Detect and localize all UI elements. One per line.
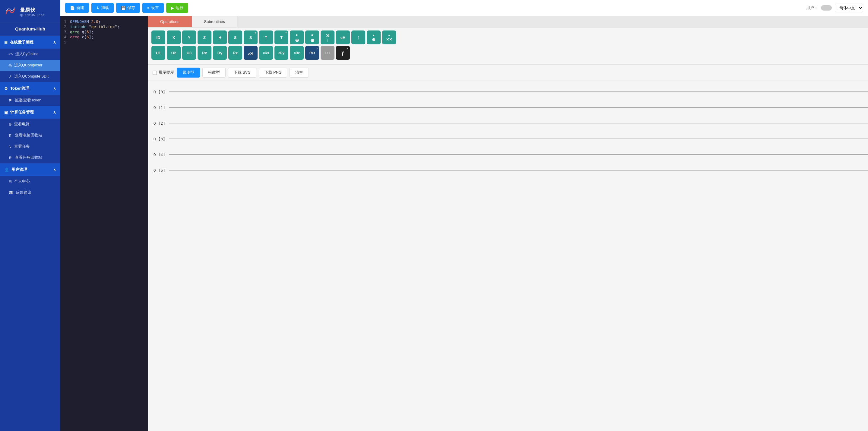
qubit-row-q1: Q [1] — [148, 99, 868, 115]
cy-target: ⊕ — [310, 38, 314, 43]
qubit-row-q3: Q [3] — [148, 131, 868, 147]
gate-toffoli[interactable]: • ⊕ — [367, 30, 381, 45]
chevron-up-icon: ∧ — [53, 40, 56, 45]
cnot-control-dot: • — [296, 32, 298, 38]
gate-Z[interactable]: Z — [197, 30, 211, 45]
sidebar-section-label: 在线量子编程 — [10, 39, 33, 45]
gate-measure[interactable] — [244, 46, 257, 60]
sidebar-section-user-mgmt[interactable]: 👤 用户管理 ∧ — [0, 163, 60, 176]
new-button[interactable]: 📄 新建 — [65, 3, 89, 13]
code-editor[interactable]: 1 OPENQASM 2.0; 2 include "qelib1.inc"; … — [60, 16, 148, 431]
gate-CNOT[interactable]: • ⊕ — [290, 30, 304, 45]
sidebar-item-label: 查看任务回收站 — [15, 155, 42, 160]
settings-button[interactable]: ≡ 设置 — [142, 3, 164, 13]
show-hint-container: 展示提示 — [153, 70, 174, 75]
qubit-wire-q0 — [169, 91, 868, 92]
loose-button[interactable]: 松散型 — [203, 67, 226, 78]
user-toggle[interactable] — [821, 5, 832, 10]
sidebar-item-circuit-trash[interactable]: 🗑 查看电路回收站 — [0, 130, 60, 141]
sidebar-item-view-tasks[interactable]: ∿ 查看任务 — [0, 141, 60, 152]
logo-area: 量易伏 QUANTUM LEAF — [0, 0, 60, 23]
circuit-panel: Operations Subroutines ID X Y Z H S S† T… — [148, 16, 868, 431]
settings-label: 设置 — [151, 5, 159, 10]
sidebar-item-label: 创建/查看Token — [14, 98, 41, 103]
qubit-row-q4: Q [4] — [148, 147, 868, 162]
gate-Ry[interactable]: Ry — [213, 46, 227, 60]
qubit-label-q1: Q [1] — [148, 105, 169, 110]
gate-T[interactable]: T — [259, 30, 273, 45]
sidebar-item-profile[interactable]: ⊞ 个人中心 — [0, 176, 60, 187]
gate-ID[interactable]: ID — [151, 30, 165, 45]
gates-row-1: ID X Y Z H S S† T T† • ⊕ • — [151, 30, 864, 45]
gate-Rx[interactable]: Rx — [197, 46, 211, 60]
gate-cRy[interactable]: cRy — [275, 46, 288, 60]
clear-button[interactable]: 清空 — [289, 67, 309, 78]
compact-button[interactable]: 紧凑型 — [177, 67, 200, 78]
sidebar-item-task-trash[interactable]: 🗑 查看任务回收站 — [0, 152, 60, 163]
qubit-wire-q4 — [169, 154, 868, 155]
tabs-bar: Operations Subroutines — [148, 16, 868, 27]
toffoli-dots: • — [373, 33, 375, 37]
tab-subroutines[interactable]: Subroutines — [192, 16, 237, 27]
show-hint-checkbox[interactable] — [153, 70, 157, 75]
sidebar-item-label: 个人中心 — [14, 179, 30, 184]
play-icon: ▶ — [171, 6, 174, 10]
gate-custom[interactable]: ƒz — [336, 46, 350, 60]
download-png-button[interactable]: 下载 PNG — [259, 67, 287, 78]
sidebar-section-task-mgmt[interactable]: ▣ 计算任务管理 ∧ — [0, 106, 60, 119]
download-svg-button[interactable]: 下载 SVG — [228, 67, 256, 78]
sidebar-item-label: 查看电路 — [14, 122, 30, 127]
gate-S[interactable]: S — [228, 30, 242, 45]
gate-St[interactable]: S† — [244, 30, 257, 45]
chevron-up-icon: ∧ — [53, 110, 56, 115]
hub-title: Quantum-Hub — [0, 23, 60, 36]
save-button[interactable]: 💾 保存 — [116, 3, 140, 13]
tab-operations[interactable]: Operations — [148, 16, 192, 27]
sidebar-item-pyonline[interactable]: <> 进入PyOnline — [0, 49, 60, 60]
user-label: 用户： — [806, 5, 818, 10]
gate-cRx[interactable]: cRx — [259, 46, 273, 60]
chevron-up-icon: ∧ — [53, 86, 56, 91]
qubit-row-q0: Q [0] — [148, 84, 868, 99]
measure-icon — [246, 49, 255, 57]
gate-Rz[interactable]: Rz — [228, 46, 242, 60]
gate-Tt[interactable]: T† — [275, 30, 288, 45]
gates-row-2: U1 U2 U3 Rx Ry Rz cRx — [151, 46, 864, 60]
qubit-label-q2: Q [2] — [148, 121, 169, 125]
gate-Rzz[interactable]: Rzzz — [305, 46, 319, 60]
sidebar-section-quantum-programming[interactable]: ⊞ 在线量子编程 ∧ — [0, 36, 60, 49]
gate-U3[interactable]: U3 — [182, 46, 196, 60]
gate-cRz[interactable]: cRz — [290, 46, 304, 60]
sidebar-item-feedback[interactable]: ☎ 反馈建议 — [0, 187, 60, 198]
qubit-label-q0: Q [0] — [148, 90, 169, 94]
language-select[interactable]: 简体中文 English — [835, 4, 863, 12]
gate-more[interactable]: ⋯ — [320, 46, 335, 60]
gate-barrier[interactable]: ↕ — [351, 30, 365, 45]
sidebar-item-qcompute-sdk[interactable]: ↗ 进入QCompute SDK — [0, 71, 60, 82]
qubit-wire-q5 — [169, 170, 868, 171]
qubit-wire-q2 — [169, 123, 868, 123]
swap-x-top: ✕ — [326, 33, 330, 39]
swap-x-bot: | — [327, 39, 328, 42]
sidebar: 量易伏 QUANTUM LEAF Quantum-Hub ⊞ 在线量子编程 ∧ … — [0, 0, 60, 431]
gate-X[interactable]: X — [167, 30, 181, 45]
gate-SWAP[interactable]: ✕ | — [320, 30, 335, 45]
gate-fredkin[interactable]: • ✕✕ — [382, 30, 396, 45]
gate-CY[interactable]: • ⊕ — [305, 30, 319, 45]
chevron-up-icon: ∧ — [53, 168, 56, 172]
gate-H[interactable]: H — [213, 30, 227, 45]
sidebar-section-token[interactable]: ⚙ Token管理 ∧ — [0, 82, 60, 95]
load-button[interactable]: ⬇ 加载 — [91, 3, 114, 13]
gate-U2[interactable]: U2 — [167, 46, 181, 60]
gate-Y[interactable]: Y — [182, 30, 196, 45]
qubit-row-q2: Q [2] — [148, 115, 868, 131]
sidebar-item-create-token[interactable]: ⚑ 创建/查看Token — [0, 95, 60, 106]
sidebar-item-view-circuit[interactable]: ⊚ 查看电路 — [0, 119, 60, 130]
gate-cH[interactable]: cH — [336, 30, 350, 45]
gate-U1[interactable]: U1 — [151, 46, 165, 60]
sidebar-item-qcomposer[interactable]: ◎ 进入QComposer — [0, 60, 60, 71]
user-icon: 👤 — [4, 168, 9, 172]
circuit-icon: ⊚ — [8, 122, 12, 126]
controls-row: 展示提示 紧凑型 松散型 下载 SVG 下载 PNG 清空 — [148, 65, 868, 81]
run-button[interactable]: ▶ 运行 — [166, 3, 188, 13]
